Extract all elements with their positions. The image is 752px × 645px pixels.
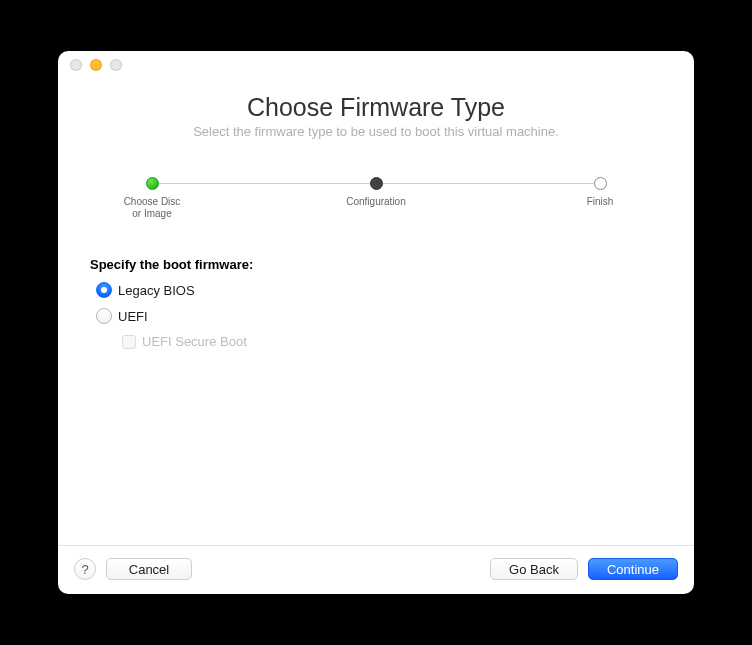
go-back-button[interactable]: Go Back [490,558,578,580]
footer: ? Cancel Go Back Continue [58,545,694,594]
step-label: Choose Disc or Image [124,196,181,220]
step-finish: Finish [564,177,636,220]
step-dot-active-icon [370,177,383,190]
checkbox-label: UEFI Secure Boot [142,334,247,349]
wizard-stepper: Choose Disc or Image Configuration Finis… [86,177,666,221]
checkbox-uefi-secure-boot: UEFI Secure Boot [122,334,666,349]
button-label: Go Back [509,562,559,577]
checkbox-icon [122,335,136,349]
content-area: Choose Firmware Type Select the firmware… [58,79,694,545]
radio-label: UEFI [118,309,148,324]
step-dot-pending-icon [594,177,607,190]
radio-icon[interactable] [96,282,112,298]
button-label: Continue [607,562,659,577]
step-label: Finish [587,196,614,208]
step-dot-done-icon [146,177,159,190]
section-label: Specify the boot firmware: [90,257,666,272]
step-label: Configuration [346,196,405,208]
continue-button[interactable]: Continue [588,558,678,580]
page-title: Choose Firmware Type [86,93,666,122]
cancel-button[interactable]: Cancel [106,558,192,580]
step-choose-disc: Choose Disc or Image [116,177,188,220]
help-icon: ? [81,562,88,577]
radio-icon[interactable] [96,308,112,324]
close-icon[interactable] [70,59,82,71]
zoom-icon[interactable] [110,59,122,71]
titlebar [58,51,694,79]
heading: Choose Firmware Type Select the firmware… [86,93,666,139]
radio-uefi[interactable]: UEFI [96,308,666,324]
radio-label: Legacy BIOS [118,283,195,298]
help-button[interactable]: ? [74,558,96,580]
button-label: Cancel [129,562,169,577]
firmware-form: Specify the boot firmware: Legacy BIOS U… [86,257,666,349]
step-configuration: Configuration [340,177,412,220]
radio-legacy-bios[interactable]: Legacy BIOS [96,282,666,298]
minimize-icon[interactable] [90,59,102,71]
page-subtitle: Select the firmware type to be used to b… [86,124,666,139]
dialog-window: Choose Firmware Type Select the firmware… [58,51,694,594]
